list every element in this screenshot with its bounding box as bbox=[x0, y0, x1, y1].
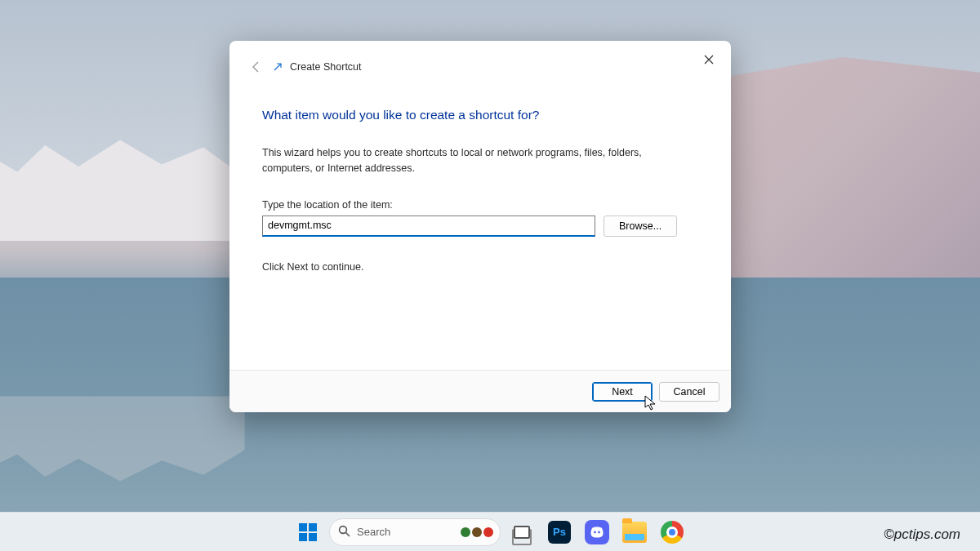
file-explorer-icon bbox=[622, 522, 647, 543]
red-dot-icon bbox=[483, 527, 493, 537]
svg-point-2 bbox=[594, 531, 596, 533]
back-arrow-icon[interactable] bbox=[247, 58, 265, 76]
background-mountain bbox=[0, 135, 245, 241]
search-extras-icons bbox=[461, 527, 493, 537]
svg-line-1 bbox=[346, 532, 350, 536]
shortcut-arrow-icon bbox=[272, 61, 283, 73]
file-explorer-app[interactable] bbox=[618, 516, 651, 549]
search-icon bbox=[338, 525, 350, 540]
discord-app[interactable] bbox=[581, 516, 613, 549]
watermark-text: ©pctips.com bbox=[884, 527, 960, 543]
close-button[interactable] bbox=[693, 47, 724, 72]
continue-text: Click Next to continue. bbox=[262, 261, 698, 273]
avocado-icon bbox=[472, 527, 482, 537]
chrome-icon bbox=[661, 521, 684, 544]
task-view-button[interactable] bbox=[506, 516, 538, 549]
create-shortcut-dialog: Create Shortcut What item would you like… bbox=[229, 41, 731, 412]
svg-point-0 bbox=[340, 526, 347, 533]
task-view-icon bbox=[514, 526, 530, 539]
next-button[interactable]: Next bbox=[592, 382, 653, 402]
search-placeholder: Search bbox=[357, 526, 390, 538]
photoshop-app[interactable]: Ps bbox=[543, 516, 576, 549]
dialog-title: Create Shortcut bbox=[290, 61, 362, 73]
browse-button[interactable]: Browse... bbox=[604, 216, 677, 237]
tree-icon bbox=[461, 527, 470, 537]
location-label: Type the location of the item: bbox=[262, 199, 698, 211]
taskbar-search[interactable]: Search bbox=[329, 518, 501, 546]
photoshop-icon: Ps bbox=[548, 521, 571, 544]
cancel-button[interactable]: Cancel bbox=[659, 382, 719, 402]
chrome-app[interactable] bbox=[656, 516, 688, 549]
location-row: Browse... bbox=[262, 216, 698, 237]
taskbar: Search Ps bbox=[0, 512, 980, 551]
dialog-heading: What item would you like to create a sho… bbox=[262, 108, 698, 122]
location-input[interactable] bbox=[262, 216, 595, 237]
dialog-description: This wizard helps you to create shortcut… bbox=[262, 145, 695, 176]
discord-icon bbox=[585, 520, 609, 544]
dialog-body: What item would you like to create a sho… bbox=[229, 93, 731, 370]
dialog-header: Create Shortcut bbox=[229, 41, 731, 93]
dialog-footer: Next Cancel bbox=[229, 370, 731, 412]
svg-point-3 bbox=[598, 531, 600, 533]
start-button[interactable] bbox=[292, 516, 324, 549]
windows-logo-icon bbox=[299, 523, 317, 541]
